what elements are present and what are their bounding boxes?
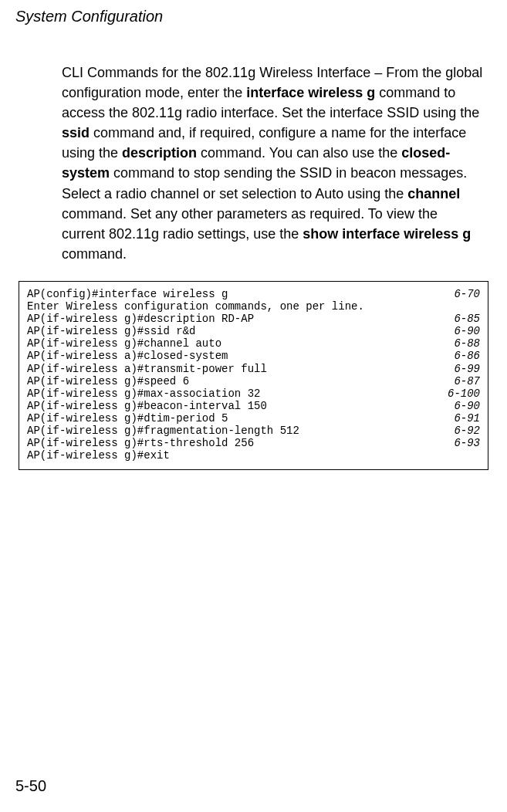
cli-cmd: AP(if-wireless g)#speed 6 [27, 375, 189, 387]
cli-cmd: AP(if-wireless g)#beacon-interval 150 [27, 400, 267, 412]
cli-output-block: AP(config)#interface wireless g6-70 Ente… [19, 281, 488, 470]
cli-cmd: AP(if-wireless g)#dtim-period 5 [27, 412, 228, 425]
cli-ref: 6-90 [448, 325, 480, 337]
cli-cmd: AP(if-wireless a)#transmit-power full [27, 363, 267, 375]
cli-ref: 6-92 [448, 425, 480, 437]
cli-line: Enter Wireless configuration commands, o… [27, 300, 480, 313]
para-bold-6: show interface wireless g [303, 226, 471, 242]
cli-line: AP(config)#interface wireless g6-70 [27, 288, 480, 300]
cli-ref: 6-70 [448, 288, 480, 300]
cli-cmd: AP(if-wireless g)#description RD-AP [27, 313, 254, 325]
para-bold-1: interface wireless g [246, 85, 375, 100]
para-text-7: command. [62, 246, 127, 262]
page: System Configuration CLI Commands for th… [0, 0, 507, 812]
cli-ref [474, 300, 480, 313]
cli-line: AP(if-wireless g)#beacon-interval 1506-9… [27, 400, 480, 412]
cli-line: AP(if-wireless g)#fragmentation-length 5… [27, 425, 480, 437]
cli-ref: 6-86 [448, 350, 480, 362]
cli-cmd: AP(if-wireless g)#rts-threshold 256 [27, 437, 254, 449]
page-number: 5-50 [15, 777, 46, 795]
cli-line: AP(if-wireless g)#max-association 326-10… [27, 387, 480, 400]
cli-cmd: AP(if-wireless g)#exit [27, 449, 170, 462]
cli-cmd: Enter Wireless configuration commands, o… [27, 300, 364, 313]
para-text-4: command. You can also use the [197, 145, 401, 161]
running-header: System Configuration [15, 8, 492, 25]
cli-ref: 6-93 [448, 437, 480, 449]
cli-ref: 6-90 [448, 400, 480, 412]
cli-line: AP(if-wireless g)#ssid r&d6-90 [27, 325, 480, 337]
body-paragraph: CLI Commands for the 802.11g Wireless In… [62, 63, 484, 264]
para-bold-3: description [122, 145, 197, 161]
para-text-5: command to stop sending the SSID in beac… [62, 165, 467, 201]
cli-cmd: AP(if-wireless g)#max-association 32 [27, 387, 260, 400]
cli-line: AP(if-wireless g)#description RD-AP6-85 [27, 313, 480, 325]
para-bold-5: channel [407, 186, 460, 201]
cli-ref: 6-85 [448, 313, 480, 325]
cli-cmd: AP(if-wireless a)#closed-system [27, 350, 228, 362]
cli-ref [474, 449, 480, 462]
cli-line: AP(if-wireless a)#closed-system6-86 [27, 350, 480, 362]
cli-line: AP(if-wireless g)#dtim-period 56-91 [27, 412, 480, 425]
cli-line: AP(if-wireless a)#transmit-power full6-9… [27, 363, 480, 375]
cli-cmd: AP(if-wireless g)#ssid r&d [27, 325, 195, 337]
cli-cmd: AP(if-wireless g)#channel auto [27, 337, 221, 350]
cli-cmd: AP(if-wireless g)#fragmentation-length 5… [27, 425, 299, 437]
cli-line: AP(if-wireless g)#exit [27, 449, 480, 462]
para-bold-2: ssid [62, 125, 90, 140]
cli-ref: 6-99 [448, 363, 480, 375]
cli-ref: 6-100 [441, 387, 480, 400]
cli-line: AP(if-wireless g)#rts-threshold 2566-93 [27, 437, 480, 449]
cli-line: AP(if-wireless g)#speed 66-87 [27, 375, 480, 387]
cli-line: AP(if-wireless g)#channel auto6-88 [27, 337, 480, 350]
cli-ref: 6-91 [448, 412, 480, 425]
cli-cmd: AP(config)#interface wireless g [27, 288, 228, 300]
cli-ref: 6-88 [448, 337, 480, 350]
cli-ref: 6-87 [448, 375, 480, 387]
